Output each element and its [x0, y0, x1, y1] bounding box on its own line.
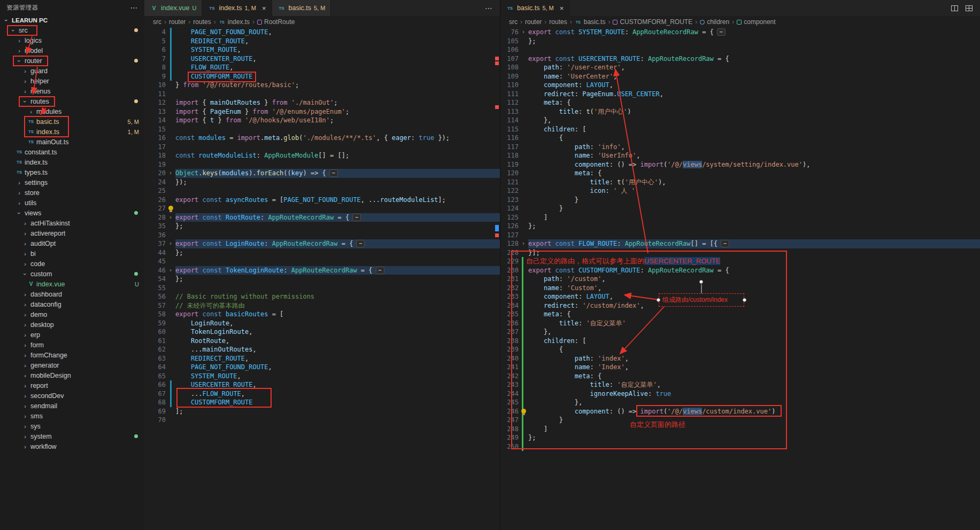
code-line[interactable]: 249};: [500, 433, 980, 442]
code-line[interactable]: 246 component: () => import('/@/views/cu…: [500, 407, 980, 416]
tree-item-auditOpt[interactable]: ›auditOpt: [0, 238, 144, 248]
tree-item-routes[interactable]: ›routes: [0, 96, 144, 106]
tree-item-form[interactable]: ›form: [0, 340, 144, 350]
code-line[interactable]: 15: [144, 125, 500, 134]
code-line[interactable]: 60 TokenLoginRoute,: [144, 328, 500, 337]
breadcrumb-item-router[interactable]: router: [169, 18, 186, 26]
code-line[interactable]: 128›export const FLOW_ROUTE: AppRouteRec…: [500, 239, 980, 248]
folded-code-ellipsis[interactable]: ⋯: [721, 240, 729, 247]
breadcrumb-item-index.ts[interactable]: TSindex.ts: [219, 18, 250, 26]
code-line[interactable]: 57// 未经许可的基本路由: [144, 301, 500, 310]
folded-code-ellipsis[interactable]: ⋯: [376, 267, 384, 274]
code-line[interactable]: 8 FLOW_ROUTE,: [144, 63, 500, 72]
tree-item-actHiTaskinst[interactable]: ›actHiTaskinst: [0, 218, 144, 228]
code-line[interactable]: 58export const basicRoutes = [: [144, 310, 500, 319]
code-line[interactable]: 241 name: 'Index',: [500, 363, 980, 372]
tree-item-index.ts[interactable]: TSindex.ts: [0, 157, 144, 167]
folded-code-ellipsis[interactable]: ⋯: [352, 214, 361, 221]
code-line[interactable]: 108 path: '/user-center',: [500, 63, 980, 72]
breadcrumb-item-RootRoute[interactable]: RootRoute: [257, 18, 295, 26]
code-line[interactable]: 237 },: [500, 328, 980, 337]
more-actions-icon[interactable]: ⋯: [130, 3, 138, 12]
code-line[interactable]: 11: [144, 90, 500, 99]
tree-item-modules[interactable]: ›modules: [0, 106, 144, 116]
code-line[interactable]: 10} from '/@/router/routes/basic';: [144, 81, 500, 90]
split-editor-icon[interactable]: [951, 5, 958, 11]
code-line[interactable]: 16const modules = import.meta.glob('./mo…: [144, 134, 500, 143]
code-line[interactable]: 59 LoginRoute,: [144, 319, 500, 328]
tree-item-dashboard[interactable]: ›dashboard: [0, 289, 144, 299]
code-line[interactable]: 7 USERCENTER_ROUTE,: [144, 54, 500, 64]
tree-item-dataconfig[interactable]: ›dataconfig: [0, 299, 144, 309]
code-line[interactable]: 76›export const SYSTEM_ROUTE: AppRouteRe…: [500, 28, 980, 37]
tab-index.ts[interactable]: TSindex.ts1, M×: [202, 0, 272, 16]
tree-item-basic.ts[interactable]: TSbasic.ts5, M: [0, 116, 144, 127]
folded-code-ellipsis[interactable]: ⋯: [329, 169, 338, 177]
code-line[interactable]: 235 meta: {: [500, 310, 980, 319]
tab-basic.ts[interactable]: TSbasic.ts5, M: [272, 0, 331, 16]
tree-item-sms[interactable]: ›sms: [0, 411, 144, 421]
code-line[interactable]: 109 name: 'UserCenter',: [500, 72, 980, 81]
code-line[interactable]: 37›export const LoginRoute: AppRouteReco…: [144, 239, 500, 248]
code-line[interactable]: 125 ]: [500, 213, 980, 222]
tree-item-activereport[interactable]: ›activereport: [0, 228, 144, 238]
code-line[interactable]: 46›export const TokenLoginRoute: AppRout…: [144, 266, 500, 275]
tree-item-sys[interactable]: ›sys: [0, 421, 144, 431]
code-line[interactable]: 66 USERCENTER_ROUTE,: [144, 380, 500, 389]
tree-item-secondDev[interactable]: ›secondDev: [0, 391, 144, 401]
code-line[interactable]: 121 title: t('用户中心'),: [500, 178, 980, 187]
code-line[interactable]: 61 RootRoute,: [144, 337, 500, 346]
tree-item-generator[interactable]: ›generator: [0, 360, 144, 370]
code-line[interactable]: 122 icon: ' 人 ': [500, 186, 980, 196]
breadcrumb-item-src[interactable]: src: [509, 18, 518, 26]
breadcrumb-item-CUSTOMFORM_ROUTE[interactable]: CUSTOMFORM_ROUTE: [613, 18, 692, 26]
tree-item-store[interactable]: ›store: [0, 188, 144, 198]
tree-item-helper[interactable]: ›helper: [0, 76, 144, 86]
code-line[interactable]: 56// Basic routing without permissions: [144, 292, 500, 301]
code-line[interactable]: 113 title: t('用户中心'): [500, 107, 980, 116]
tree-item-router[interactable]: ›router: [0, 56, 144, 66]
code-editor[interactable]: 76›export const SYSTEM_ROUTE: AppRouteRe…: [500, 28, 980, 530]
lightbulb-icon[interactable]: [521, 409, 526, 414]
close-icon[interactable]: ×: [262, 4, 266, 12]
tree-item-system[interactable]: ›system: [0, 431, 144, 441]
code-line[interactable]: 232 name: 'Custom',: [500, 284, 980, 293]
code-line[interactable]: 17: [144, 143, 500, 152]
breadcrumb-item-component[interactable]: component: [737, 18, 775, 26]
code-line[interactable]: 105};: [500, 37, 980, 46]
tree-item-code[interactable]: ›code: [0, 259, 144, 269]
code-line[interactable]: 54};: [144, 275, 500, 284]
code-line[interactable]: 35};: [144, 222, 500, 231]
code-line[interactable]: 242 meta: {: [500, 372, 980, 381]
tree-item-mobileDesign[interactable]: ›mobileDesign: [0, 370, 144, 380]
tree-item-src[interactable]: ›src: [0, 25, 144, 35]
code-line[interactable]: 106: [500, 45, 980, 54]
code-line[interactable]: 114 },: [500, 116, 980, 125]
code-line[interactable]: 245 },: [500, 398, 980, 407]
tree-item-guard[interactable]: ›guard: [0, 66, 144, 76]
breadcrumb-item-router[interactable]: router: [525, 18, 542, 26]
editor-layout-icon[interactable]: [966, 5, 973, 11]
code-line[interactable]: 112 meta: {: [500, 98, 980, 107]
code-line[interactable]: 243 title: '自定义菜单',: [500, 380, 980, 389]
tree-item-demo[interactable]: ›demo: [0, 309, 144, 319]
folded-code-ellipsis[interactable]: ⋯: [356, 240, 365, 247]
tree-item-model[interactable]: ›model: [0, 45, 144, 56]
code-line[interactable]: 6 SYSTEM_ROUTE,: [144, 45, 500, 54]
tree-item-types.ts[interactable]: TStypes.ts: [0, 167, 144, 177]
code-editor[interactable]: 4 PAGE_NOT_FOUND_ROUTE,5 REDIRECT_ROUTE,…: [144, 28, 500, 530]
workspace-root[interactable]: › LEARUN PC: [0, 15, 144, 25]
code-line[interactable]: 110 component: LAYOUT,: [500, 81, 980, 90]
code-line[interactable]: 124 }: [500, 204, 980, 213]
close-icon[interactable]: ×: [560, 4, 564, 12]
breadcrumb-item-basic.ts[interactable]: TSbasic.ts: [575, 18, 606, 26]
code-line[interactable]: 45: [144, 257, 500, 266]
code-line[interactable]: 18const routeModuleList: AppRouteModule[…: [144, 151, 500, 160]
code-line[interactable]: 65 SYSTEM_ROUTE,: [144, 372, 500, 381]
code-line[interactable]: 250: [500, 442, 980, 451]
code-line[interactable]: 70: [144, 416, 500, 425]
tab-index.vue[interactable]: Vindex.vueU: [144, 0, 202, 16]
code-line[interactable]: 4 PAGE_NOT_FOUND_ROUTE,: [144, 28, 500, 37]
code-line[interactable]: 248 ]: [500, 425, 980, 434]
breadcrumb-item-children[interactable]: children: [700, 18, 729, 26]
